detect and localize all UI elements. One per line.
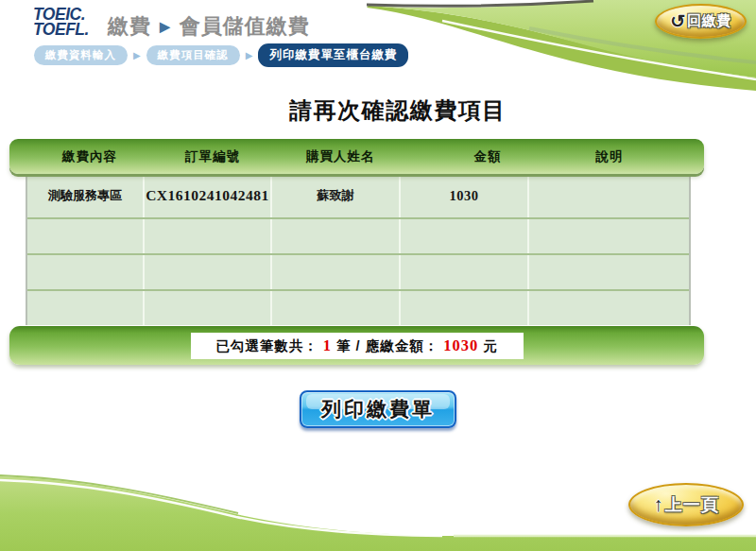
cell-amount xyxy=(399,219,527,253)
column-header-buyer: 購買人姓名 xyxy=(306,148,375,165)
previous-page-button[interactable]: ↑ 上一頁 xyxy=(628,483,744,526)
payment-confirmation-page: TOEIC. TOEFL. 繳費 ▶ 會員儲值繳費 ↺ 回繳費 繳費資料輸入 ▶… xyxy=(0,0,756,551)
toeic-toefl-logo: TOEIC. TOEFL. xyxy=(33,7,89,37)
table-row: 測驗服務專區 CX1610241042481 蘇致謝 1030 xyxy=(27,174,689,217)
step-payment-data-entry: 繳費資料輸入 xyxy=(34,45,128,65)
back-to-payment-button[interactable]: ↺ 回繳費 xyxy=(655,4,747,39)
amount-due: 1030 xyxy=(443,336,478,354)
cell-buyer xyxy=(270,219,399,253)
section-label: 繳費 xyxy=(108,12,151,41)
print-payment-slip-button[interactable]: 列印繳費單 xyxy=(300,390,456,428)
back-button-label: 回繳費 xyxy=(687,12,731,30)
cell-order-no: CX1610241042481 xyxy=(143,174,270,217)
cell-order-no xyxy=(143,291,270,325)
title-arrow-icon: ▶ xyxy=(160,19,171,34)
cell-content xyxy=(27,255,143,289)
cell-buyer: 蘇致謝 xyxy=(270,174,399,217)
table-row xyxy=(27,217,689,253)
cell-order-no xyxy=(143,255,270,289)
up-arrow-icon: ↑ xyxy=(653,493,663,516)
cell-note xyxy=(527,291,689,325)
cell-order-no xyxy=(143,219,270,253)
cell-buyer xyxy=(270,255,399,289)
selected-count: 1 xyxy=(323,336,332,354)
cell-content: 測驗服務專區 xyxy=(27,174,143,217)
table-row xyxy=(27,289,689,325)
page-label: 會員儲值繳費 xyxy=(180,12,310,41)
confirm-title: 請再次確認繳費項目 xyxy=(0,95,756,126)
print-button-label: 列印繳費單 xyxy=(321,396,435,422)
cell-amount xyxy=(399,255,527,289)
summary-bar: 已勾選筆數共：1筆 / 應繳金額：1030元 xyxy=(9,326,704,365)
table-header-row: 繳費內容 訂單編號 購買人姓名 金額 說明 xyxy=(9,139,704,174)
cell-buyer xyxy=(270,291,399,325)
page-title: 繳費 ▶ 會員儲值繳費 xyxy=(108,12,310,41)
step-print-slip-active: 列印繳費單至櫃台繳費 xyxy=(258,43,408,67)
summary-middle: 筆 / 應繳金額： xyxy=(336,338,438,353)
step-arrow-icon: ▶ xyxy=(246,50,253,60)
breadcrumb: 繳費資料輸入 ▶ 繳費項目確認 ▶ 列印繳費單至櫃台繳費 xyxy=(34,43,408,67)
logo-line-2: TOEFL. xyxy=(33,22,89,37)
return-arrow-icon: ↺ xyxy=(670,10,685,32)
column-header-content: 繳費內容 xyxy=(62,148,117,165)
step-arrow-icon: ▶ xyxy=(133,50,141,60)
table-row xyxy=(27,253,689,289)
cell-note xyxy=(527,174,689,217)
cell-content xyxy=(27,291,143,325)
cell-amount xyxy=(399,291,527,325)
table-body: 測驗服務專區 CX1610241042481 蘇致謝 1030 xyxy=(26,174,691,325)
summary-suffix: 元 xyxy=(483,338,498,353)
step-payment-item-confirm: 繳費項目確認 xyxy=(146,45,240,65)
payment-items-table: 繳費內容 訂單編號 購買人姓名 金額 說明 測驗服務專區 CX161024104… xyxy=(9,139,704,365)
prev-button-label: 上一頁 xyxy=(665,493,719,516)
summary-text: 已勾選筆數共：1筆 / 應繳金額：1030元 xyxy=(191,333,524,359)
cell-content xyxy=(27,219,143,253)
column-header-note: 說明 xyxy=(596,148,624,165)
cell-amount: 1030 xyxy=(399,174,527,217)
summary-prefix: 已勾選筆數共： xyxy=(215,338,318,353)
column-header-order-no: 訂單編號 xyxy=(185,148,240,165)
column-header-amount: 金額 xyxy=(474,148,502,165)
cell-note xyxy=(527,219,689,253)
cell-note xyxy=(527,255,689,289)
